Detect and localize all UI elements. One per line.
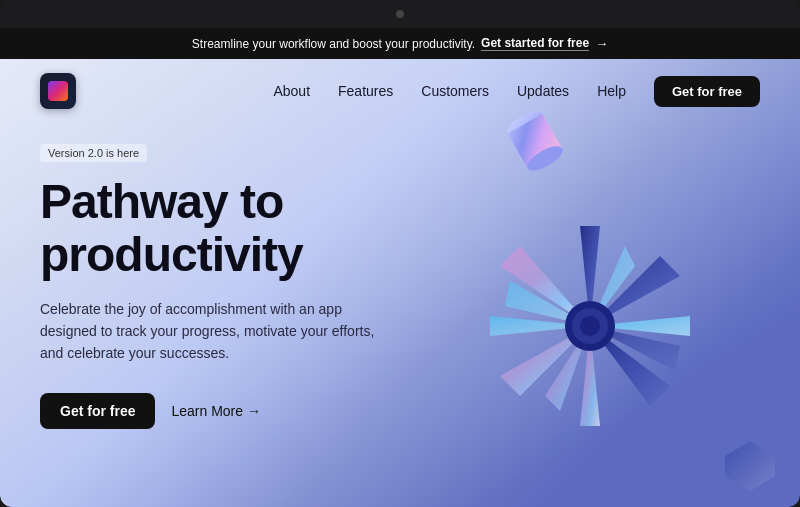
- hero-description: Celebrate the joy of accomplishment with…: [40, 298, 380, 365]
- nav-links: About Features Customers Updates Help Ge…: [273, 76, 760, 107]
- hero-cta-secondary[interactable]: Learn More →: [171, 403, 261, 419]
- hero-title-line2: productivity: [40, 228, 303, 281]
- logo-container[interactable]: [40, 73, 76, 109]
- nav-updates[interactable]: Updates: [517, 83, 569, 99]
- announcement-cta[interactable]: Get started for free: [481, 36, 589, 51]
- nav-customers[interactable]: Customers: [421, 83, 489, 99]
- hero-cta-secondary-label: Learn More: [171, 403, 243, 419]
- camera-dot: [396, 10, 404, 18]
- browser-content: Streamline your workflow and boost your …: [0, 28, 800, 507]
- decorations: [370, 56, 800, 507]
- logo-inner: [48, 81, 68, 101]
- starburst-decoration: [440, 176, 740, 476]
- navbar: About Features Customers Updates Help Ge…: [0, 59, 800, 123]
- hero-title-line1: Pathway to: [40, 175, 283, 228]
- corner-decoration: [720, 436, 780, 496]
- hero-buttons: Get for free Learn More →: [40, 393, 380, 429]
- nav-cta-button[interactable]: Get for free: [654, 76, 760, 107]
- nav-about[interactable]: About: [273, 83, 310, 99]
- announcement-bar: Streamline your workflow and boost your …: [0, 28, 800, 59]
- top-bar: [0, 0, 800, 28]
- logo-icon: [40, 73, 76, 109]
- announcement-arrow: →: [595, 36, 608, 51]
- hero-section: Version 2.0 is here Pathway to productiv…: [0, 123, 420, 459]
- svg-marker-19: [725, 441, 775, 491]
- nav-features[interactable]: Features: [338, 83, 393, 99]
- hero-cta-secondary-arrow: →: [247, 403, 261, 419]
- nav-help[interactable]: Help: [597, 83, 626, 99]
- announcement-text: Streamline your workflow and boost your …: [192, 37, 475, 51]
- hero-cta-primary[interactable]: Get for free: [40, 393, 155, 429]
- hero-title: Pathway to productivity: [40, 176, 380, 282]
- svg-point-18: [580, 316, 600, 336]
- version-badge: Version 2.0 is here: [40, 144, 147, 162]
- device-frame: Streamline your workflow and boost your …: [0, 0, 800, 507]
